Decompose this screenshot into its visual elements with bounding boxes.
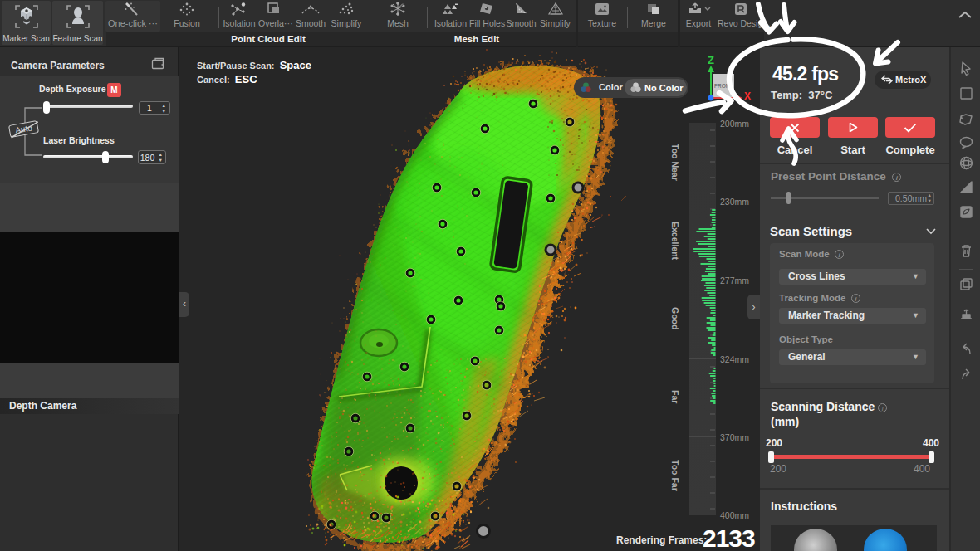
- svg-text:Z: Z: [708, 54, 714, 66]
- svg-text:FRONT: FRONT: [714, 83, 733, 89]
- svg-text:X: X: [744, 90, 751, 102]
